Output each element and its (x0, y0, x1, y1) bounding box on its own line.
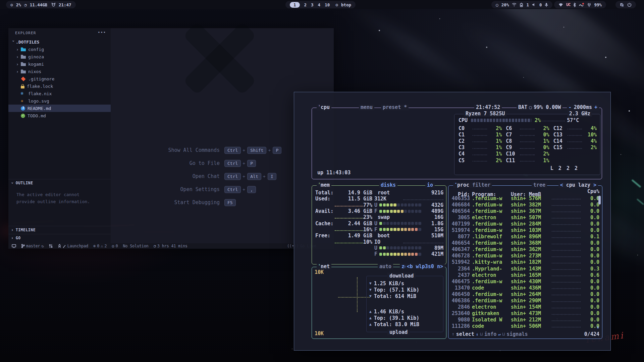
shortcut-label: Open Chat (146, 172, 220, 180)
process-row[interactable]: 406684 .ferdium-w shin+ 382M 0.0 (448, 201, 602, 208)
file-name: flake.nix (28, 91, 52, 96)
process-name: .ferdium-w (472, 246, 511, 252)
workspace-button[interactable]: 4 (318, 2, 321, 7)
core-row: C10 2% (506, 151, 549, 157)
chevron-right-icon: › (11, 236, 14, 240)
process-row[interactable]: 8077 .librewolf shin+ 896M 0.1 (448, 234, 602, 240)
workspace-button[interactable]: 2 (304, 2, 307, 7)
process-cpu-dots (552, 248, 581, 251)
process-pid: 2437 (451, 272, 472, 278)
launchpad-item[interactable]: Launchpad (58, 244, 88, 248)
select-hint[interactable]: select (456, 331, 474, 337)
net-auto-button[interactable]: auto (378, 264, 393, 269)
problems-item[interactable]: ⊗ 0 ⚠ 2 (93, 244, 107, 248)
file-tree-item[interactable]: › README.md (8, 105, 111, 112)
signals-hint[interactable]: signals (506, 331, 528, 337)
pencil-icon (63, 244, 66, 248)
mem-value: 1.49 GiB (348, 233, 372, 239)
process-name: .ferdium-w (472, 208, 511, 214)
process-user: shin+ (511, 208, 529, 214)
ports-item[interactable]: ◎ 0 (112, 244, 118, 248)
process-row[interactable]: 406347 .ferdium-w shin+ 362M 0.0 (448, 246, 602, 253)
file-tree-item[interactable]: › flake.lock (8, 82, 111, 90)
filter-button[interactable]: filter (471, 182, 492, 188)
process-mem: 473M (529, 310, 546, 316)
file-tree-item[interactable]: › flake.nix (8, 90, 111, 97)
file-tree-item[interactable]: › config (8, 46, 111, 53)
sort-next[interactable]: > (593, 182, 596, 188)
process-row[interactable]: 2364 .Hyprland- shin+ 143M 0.3 (448, 265, 602, 272)
file-tree-item[interactable]: › logo.svg (8, 97, 111, 105)
file-tree-item[interactable]: › TODO.md (8, 112, 111, 119)
clock-module[interactable]: 21:47 (47, 1, 76, 8)
file-tree: › .DOTFILES › config › ginoza (8, 38, 111, 119)
process-row[interactable]: 111286 code shin+ 506M 0.0 (448, 323, 602, 329)
vscode-sidebar: EXPLORER ••• › .DOTFILES › config (8, 28, 111, 243)
interval-decrease[interactable]: - (569, 105, 572, 110)
mem-box-title[interactable]: ²mem (317, 182, 331, 188)
mem-label: Total: (315, 190, 333, 196)
io-title[interactable]: io (425, 182, 435, 188)
sort-selector[interactable]: <cpu lazy> (558, 182, 598, 188)
process-cpu: 0.0 (585, 240, 599, 246)
disk-io-label: IO (374, 239, 380, 245)
tree-root-folder[interactable]: › .DOTFILES (8, 38, 111, 46)
wifi-icon (512, 3, 517, 7)
interval-increase[interactable]: + (594, 105, 597, 110)
file-tree-item[interactable]: › .gitignore (8, 75, 111, 82)
process-row[interactable]: 2846 electron shin+ 154M 0.0 (448, 304, 602, 310)
tray-module[interactable]: UC 99% (554, 1, 606, 8)
process-row[interactable]: 406450 .ferdium-w shin+ 264M 0.0 (448, 291, 602, 297)
process-cpu: 0.1 (585, 234, 599, 240)
info-hint[interactable]: info (484, 331, 496, 337)
preset-button[interactable]: preset * (381, 105, 409, 110)
tree-button[interactable]: tree (532, 182, 547, 188)
core-history-dots (520, 140, 534, 142)
process-cpu: 0.6 (585, 272, 599, 278)
proc-scrollbar[interactable] (598, 196, 601, 204)
timeline-section-header[interactable]: › TIMELINE (8, 226, 111, 233)
process-row[interactable]: 9080 Isolated W shin+ 212M 0.0 (448, 317, 602, 323)
system-stats-module[interactable]: ⚙ 2% ◔ 11.44GB (6, 1, 52, 8)
process-row[interactable]: 406353 .ferdium-w shin+ 576M 0.0 (448, 195, 602, 201)
process-row[interactable]: 519942 .kitty-wra shin+ 182M 0.0 (448, 259, 602, 265)
process-row[interactable]: 253640 gitkraken shin+ 473M 0.0 (448, 310, 602, 317)
process-row[interactable]: 406475 .ferdium-w shin+ 430M 0.0 (448, 278, 602, 285)
process-row[interactable]: 406564 .ferdium-w shin+ 367M 0.0 (448, 208, 602, 214)
file-tree-item[interactable]: › nixos (8, 68, 111, 75)
more-actions-icon[interactable]: ••• (98, 30, 106, 35)
time-tracker-item[interactable]: ◔ 3 hrs 41 mins (154, 244, 187, 248)
session-module[interactable] (615, 1, 636, 8)
solution-item[interactable]: No Solution (123, 244, 149, 248)
disk-used-meter (379, 203, 429, 206)
net-interface-selector[interactable]: <b wlp3s0 n> (405, 264, 445, 269)
workspace-button[interactable]: 1 (290, 2, 300, 8)
process-row[interactable]: 3065 electron shin+ 507M 0.0 (448, 214, 602, 221)
process-name: electron (472, 272, 511, 278)
workspace-button[interactable]: 3 (311, 2, 314, 7)
net-box-title[interactable]: ³net (317, 264, 331, 269)
process-row[interactable]: 2437 electron shin+ 165M 0.6 (448, 272, 602, 278)
go-section-header[interactable]: › GO (8, 234, 111, 241)
remote-indicator[interactable] (12, 244, 16, 248)
cpu-box-title[interactable]: ¹cpu (317, 105, 331, 110)
outline-section-header[interactable]: › OUTLINE (8, 179, 111, 186)
process-row[interactable]: 406728 .ferdium-w shin+ 273M 0.0 (448, 253, 602, 259)
process-row[interactable]: 407199 .ferdium-w shin+ 284M 0.0 (448, 221, 602, 227)
git-branch-item[interactable]: master ↻ (21, 244, 44, 248)
proc-box-title[interactable]: ⁴proc (453, 182, 471, 188)
process-row[interactable]: 13470 code shin+ 436M 0.0 (448, 285, 602, 291)
file-tree-item[interactable]: › kogami (8, 60, 111, 68)
process-row[interactable]: 406654 .ferdium-w shin+ 368M 0.0 (448, 240, 602, 246)
disks-title[interactable]: disks (379, 182, 397, 188)
process-row[interactable]: 519974 .ferdium-w shin+ 103M 0.0 (448, 227, 602, 233)
menu-button[interactable]: menu (359, 105, 374, 110)
process-cpu-dots (552, 210, 581, 212)
process-row[interactable]: 406386 .ferdium-w shin+ 290M 0.0 (448, 298, 602, 304)
file-tree-item[interactable]: › ginoza (8, 53, 111, 60)
process-cpu-dots (552, 203, 581, 206)
hardware-module[interactable]: ○ 20% 1 0 (491, 1, 552, 8)
compare-changes-item[interactable] (49, 244, 53, 248)
workspace-button[interactable]: 10 (325, 2, 330, 7)
sort-prev[interactable]: < (560, 182, 563, 188)
